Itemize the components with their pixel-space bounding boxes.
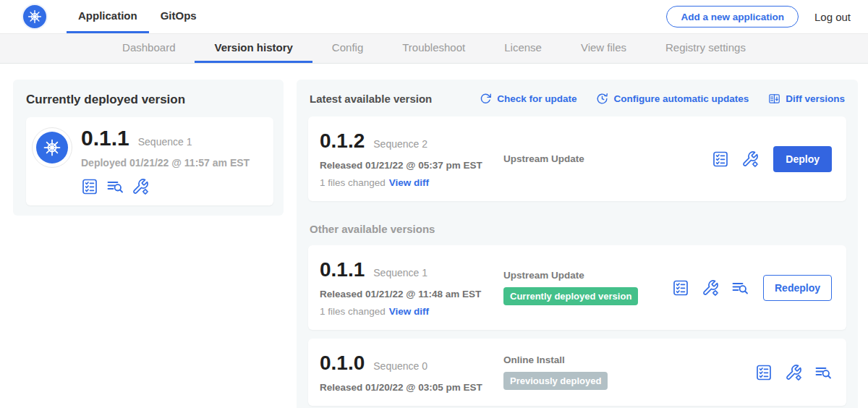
currently-deployed-card: Currently deployed version 0.1.1 Sequenc… xyxy=(13,80,284,216)
subnav-item-view-files[interactable]: View files xyxy=(561,34,646,63)
clock-refresh-icon xyxy=(596,93,608,105)
version-row-0-1-0: 0.1.0 Sequence 0 Released 01/20/22 @ 03:… xyxy=(308,339,846,406)
deployed-version-info: 0.1.1 Sequence 1 Deployed 01/21/22 @ 11:… xyxy=(81,124,250,195)
tab-gitops-label: GitOps xyxy=(161,9,197,22)
view-logs-button[interactable] xyxy=(731,279,749,297)
logout-link[interactable]: Log out xyxy=(814,11,851,23)
sequence-label: Sequence 1 xyxy=(373,267,427,279)
version-info: 0.1.2 Sequence 2 Released 01/21/22 @ 05:… xyxy=(320,129,503,188)
subnav-item-troubleshoot[interactable]: Troubleshoot xyxy=(383,34,485,63)
logs-magnifier-icon xyxy=(106,178,124,195)
release-notes-button[interactable] xyxy=(712,150,729,168)
status-badge-currently-deployed: Currently deployed version xyxy=(503,287,638,305)
checklist-icon xyxy=(81,178,98,195)
checklist-icon xyxy=(672,279,689,297)
files-changed: 1 files changedView diff xyxy=(320,177,503,188)
sequence-label: Sequence 2 xyxy=(373,138,427,150)
subnav-label-config: Config xyxy=(332,41,363,54)
configure-automatic-updates-button[interactable]: Configure automatic updates xyxy=(596,93,749,105)
subnav-item-license[interactable]: License xyxy=(485,34,561,63)
redeploy-button[interactable]: Redeploy xyxy=(763,275,832,301)
wrench-gear-icon xyxy=(132,178,149,195)
subnav-label-troubleshoot: Troubleshoot xyxy=(402,41,465,54)
topbar-right: Add a new application Log out xyxy=(666,0,851,33)
status-badge-previously-deployed: Previously deployed xyxy=(503,372,608,390)
deployed-sequence-label: Sequence 1 xyxy=(138,136,192,148)
view-diff-link[interactable]: View diff xyxy=(389,177,429,188)
diff-versions-label: Diff versions xyxy=(786,93,845,104)
refresh-icon xyxy=(480,93,492,105)
available-title: Latest available version xyxy=(310,93,432,105)
topbar: Application GitOps Add a new application… xyxy=(0,0,868,33)
edit-config-button[interactable] xyxy=(785,364,802,381)
version-number: 0.1.0 xyxy=(320,352,365,375)
tab-application-label: Application xyxy=(78,9,137,22)
view-diff-link[interactable]: View diff xyxy=(389,306,429,317)
subnav-item-config[interactable]: Config xyxy=(312,34,383,63)
add-application-button[interactable]: Add a new application xyxy=(666,6,799,27)
kubernetes-logo[interactable] xyxy=(22,4,48,30)
other-versions-title: Other available versions xyxy=(310,223,845,235)
logs-magnifier-icon xyxy=(731,279,749,297)
release-notes-button[interactable] xyxy=(755,364,773,381)
diff-versions-button[interactable]: Diff versions xyxy=(768,93,845,105)
released-timestamp: Released 01/21/22 @ 05:37 pm EST xyxy=(320,160,503,171)
version-source: Upstream Update xyxy=(503,153,712,164)
version-source: Upstream Update Currently deployed versi… xyxy=(503,270,672,305)
check-for-update-button[interactable]: Check for update xyxy=(480,93,576,105)
wrench-gear-icon xyxy=(702,279,719,297)
edit-config-button[interactable] xyxy=(741,150,759,168)
deployed-timestamp: Deployed 01/21/22 @ 11:57 am EST xyxy=(81,157,250,169)
configure-automatic-updates-label: Configure automatic updates xyxy=(613,93,749,104)
wrench-gear-icon xyxy=(785,364,802,381)
release-notes-button[interactable] xyxy=(672,279,689,297)
subnav-label-registry-settings: Registry settings xyxy=(665,41,746,54)
main-content: Currently deployed version 0.1.1 Sequenc… xyxy=(0,64,868,408)
version-actions xyxy=(755,364,832,381)
available-header: Latest available version Check for updat… xyxy=(310,93,845,105)
version-number: 0.1.1 xyxy=(320,258,365,281)
version-actions: Redeploy xyxy=(672,275,832,301)
app-subnav: Dashboard Version history Config Trouble… xyxy=(0,33,868,64)
subnav-label-view-files: View files xyxy=(581,41,626,54)
release-notes-button[interactable] xyxy=(81,178,98,195)
app-logo-circle xyxy=(36,132,68,163)
version-actions: Deploy xyxy=(712,146,832,172)
version-row-0-1-2: 0.1.2 Sequence 2 Released 01/21/22 @ 05:… xyxy=(308,116,846,201)
released-timestamp: Released 01/20/22 @ 03:05 pm EST xyxy=(320,382,503,393)
kubernetes-wheel-icon xyxy=(26,8,43,25)
released-timestamp: Released 01/21/22 @ 11:48 am EST xyxy=(320,289,503,299)
version-info: 0.1.0 Sequence 0 Released 01/20/22 @ 03:… xyxy=(320,352,503,393)
subnav-item-registry-settings[interactable]: Registry settings xyxy=(646,34,765,63)
currently-deployed-title: Currently deployed version xyxy=(26,93,273,107)
view-logs-button[interactable] xyxy=(814,364,832,381)
files-changed-label: 1 files changed xyxy=(320,306,386,317)
version-source: Online Install Previously deployed xyxy=(503,354,755,390)
subnav-label-dashboard: Dashboard xyxy=(122,41,175,54)
app-logo xyxy=(32,127,72,168)
files-changed: 1 files changedView diff xyxy=(320,306,503,317)
subnav-item-version-history[interactable]: Version history xyxy=(195,34,312,63)
available-actions: Check for update Configure automatic upd… xyxy=(480,93,845,105)
deployed-version-card: 0.1.1 Sequence 1 Deployed 01/21/22 @ 11:… xyxy=(26,117,273,205)
logs-magnifier-icon xyxy=(814,364,832,381)
source-label: Online Install xyxy=(503,354,755,365)
subnav-item-dashboard[interactable]: Dashboard xyxy=(103,34,195,63)
deployed-actions xyxy=(81,178,250,195)
checklist-icon xyxy=(755,364,773,381)
edit-config-button[interactable] xyxy=(132,178,149,195)
deploy-button[interactable]: Deploy xyxy=(773,146,832,172)
version-info: 0.1.1 Sequence 1 Released 01/21/22 @ 11:… xyxy=(320,258,503,317)
wrench-gear-icon xyxy=(741,150,759,168)
check-for-update-label: Check for update xyxy=(497,93,576,104)
subnav-label-license: License xyxy=(504,41,542,54)
view-logs-button[interactable] xyxy=(106,178,124,195)
deployed-version-number: 0.1.1 xyxy=(81,126,129,150)
edit-config-button[interactable] xyxy=(702,279,719,297)
available-versions-card: Latest available version Check for updat… xyxy=(297,80,858,408)
version-number: 0.1.2 xyxy=(320,129,365,153)
tab-application[interactable]: Application xyxy=(67,0,149,33)
tab-gitops[interactable]: GitOps xyxy=(149,0,208,33)
sequence-label: Sequence 0 xyxy=(373,360,427,372)
subnav-label-version-history: Version history xyxy=(214,41,292,54)
